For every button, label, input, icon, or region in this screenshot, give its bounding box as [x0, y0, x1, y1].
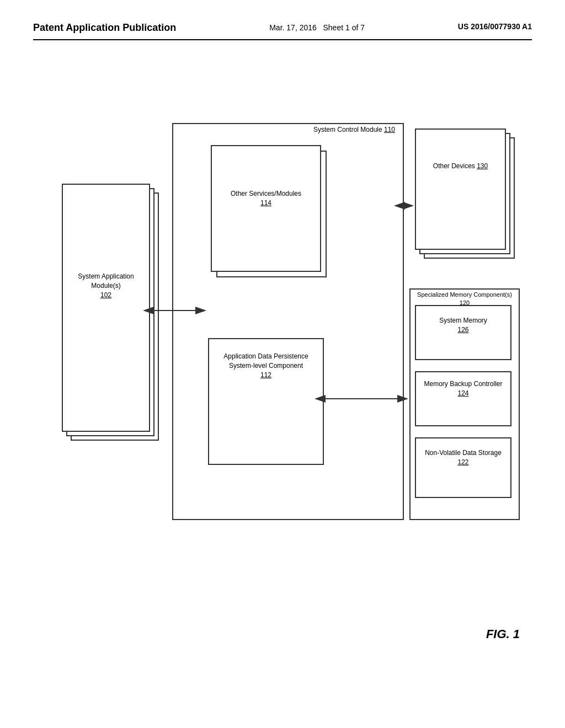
- figure-label: FIG. 1: [486, 627, 520, 641]
- non-volatile-storage-label: Non-Volatile Data Storage 122: [418, 448, 509, 467]
- non-volatile-storage-box: [415, 437, 511, 498]
- other-devices-stack: Other Devices 130: [415, 129, 520, 266]
- other-services-label: Other Services/Modules 114: [216, 189, 316, 208]
- publication-number: US 2016/0077930 A1: [458, 22, 532, 31]
- other-devices-label: Other Devices 130: [420, 162, 500, 171]
- memory-backup-controller-label: Memory Backup Controller 124: [418, 379, 509, 398]
- system-app-module-label: System Application Module(s) 102: [70, 272, 142, 299]
- publication-title: Patent Application Publication: [33, 22, 176, 34]
- app-data-persistence-label: Application Data Persistence System-leve…: [211, 352, 321, 379]
- system-memory-label: System Memory 126: [420, 316, 506, 335]
- other-services-stack: Other Services/Modules 114: [211, 145, 338, 288]
- header: Patent Application Publication Mar. 17, …: [33, 22, 532, 40]
- diagram: System Application Module(s) 102 System …: [45, 57, 520, 663]
- publication-info: Mar. 17, 2016 Sheet 1 of 7: [269, 22, 365, 34]
- page: Patent Application Publication Mar. 17, …: [0, 0, 565, 728]
- publication-date: Mar. 17, 2016: [269, 23, 317, 32]
- system-app-module-stack: System Application Module(s) 102: [62, 184, 161, 448]
- system-control-module-label: System Control Module 110: [310, 125, 398, 135]
- sheet-info: Sheet 1 of 7: [323, 23, 365, 32]
